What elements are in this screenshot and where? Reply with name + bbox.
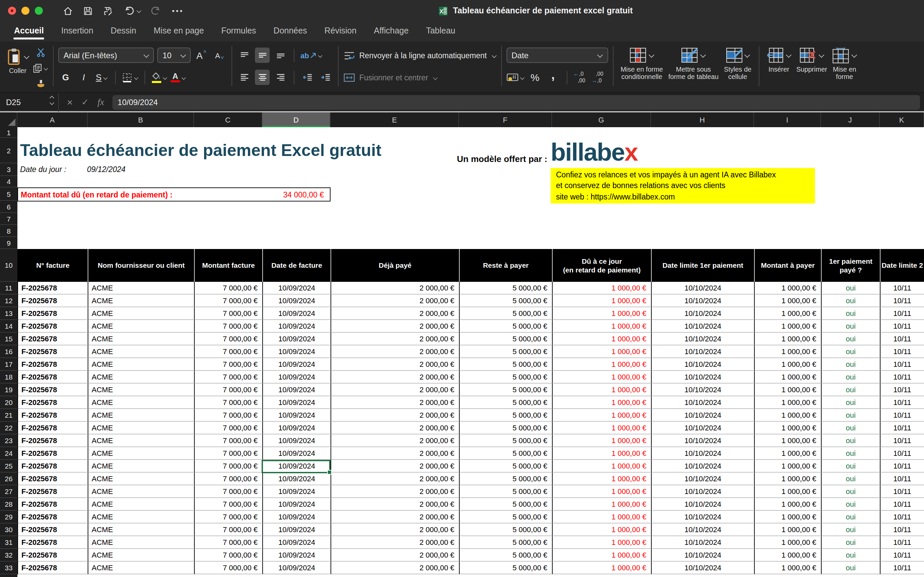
grid-body[interactable]: 1234567891011121314151617181920212223242… [0,127,924,577]
row-header-28[interactable]: 28 [0,498,18,511]
save-icon[interactable] [83,6,93,16]
paste-button[interactable]: Coller [4,44,31,74]
cell-H14[interactable]: 10/10/2024 [652,320,755,333]
cell-E12[interactable]: 2 000,00 € [331,295,460,307]
cell-G13[interactable]: 1 000,00 € [553,307,652,320]
cell-J19[interactable]: oui [822,384,881,396]
tab-tableau[interactable]: Tableau [417,22,464,42]
cell-E17[interactable]: 2 000,00 € [331,358,460,371]
cell-I19[interactable]: 1 000,00 € [755,384,822,396]
cell-F13[interactable]: 5 000,00 € [460,307,553,320]
borders-button[interactable] [122,69,138,85]
cell-G33[interactable]: 1 000,00 € [553,562,652,574]
cell-F26[interactable]: 5 000,00 € [460,472,553,485]
table-header-G[interactable]: Dû à ce jour(en retard de paiement) [553,249,652,282]
insert-cells-button[interactable]: Insérer [764,44,794,80]
cell-J22[interactable]: oui [822,422,881,434]
cell-A16[interactable]: F-2025678 [18,345,88,358]
cell-C12[interactable]: 7 000,00 € [195,295,263,307]
tab-mise-en-page[interactable]: Mise en page [145,22,212,42]
cell-F23[interactable]: 5 000,00 € [460,434,553,447]
table-header-F[interactable]: Reste à payer [460,249,553,282]
cell-I30[interactable]: 1 000,00 € [755,524,822,536]
cell-E11[interactable]: 2 000,00 € [331,282,460,295]
cell-B30[interactable]: ACME [88,524,195,536]
table-header-H[interactable]: Date limite 1er paiement [652,249,755,282]
row-header-17[interactable]: 17 [0,358,18,371]
cell-I28[interactable]: 1 000,00 € [755,498,822,511]
name-box[interactable]: D25 [0,93,59,111]
cell-C25[interactable]: 7 000,00 € [195,460,263,472]
cell-J26[interactable]: oui [822,472,881,485]
cell-K14[interactable]: 10/11 [881,320,924,333]
cell-H26[interactable]: 10/10/2024 [652,472,755,485]
font-name-select[interactable]: Arial (En-têtes) [58,48,154,63]
cell-B18[interactable]: ACME [88,371,195,384]
cell-A22[interactable]: F-2025678 [18,422,88,434]
cell-I21[interactable]: 1 000,00 € [755,409,822,422]
cell-F19[interactable]: 5 000,00 € [460,384,553,396]
paste-chevron-icon[interactable] [23,53,29,59]
cell-K18[interactable]: 10/11 [881,371,924,384]
row-header-23[interactable]: 23 [0,434,18,447]
minimize-button[interactable] [21,7,29,15]
row-header-11[interactable]: 11 [0,282,18,295]
row-header-15[interactable]: 15 [0,333,18,345]
conditional-formatting-button[interactable]: Mise en formeconditionnelle [618,44,666,80]
cell-G17[interactable]: 1 000,00 € [553,358,652,371]
select-all-corner[interactable] [0,113,18,127]
close-button[interactable] [8,7,16,15]
cell-F33[interactable]: 5 000,00 € [460,562,553,574]
tab-insertion[interactable]: Insertion [53,22,102,42]
cell-I12[interactable]: 1 000,00 € [755,295,822,307]
cell-H25[interactable]: 10/10/2024 [652,460,755,472]
cell-E23[interactable]: 2 000,00 € [331,434,460,447]
decrease-indent-button[interactable] [301,69,315,85]
cell-A14[interactable]: F-2025678 [18,320,88,333]
cell-K19[interactable]: 10/11 [881,384,924,396]
font-color-button[interactable]: A [170,69,186,85]
format-cells-button[interactable]: Mise enforme [830,44,859,80]
orientation-button[interactable]: ab [301,48,323,63]
underline-button[interactable]: S [94,69,109,85]
cell-G21[interactable]: 1 000,00 € [553,409,652,422]
cell-styles-button[interactable]: Styles decellule [721,44,754,80]
cell-A28[interactable]: F-2025678 [18,498,88,511]
cell-D28[interactable]: 10/09/2024 [263,498,331,511]
cell-H33[interactable]: 10/10/2024 [652,562,755,574]
cell-G19[interactable]: 1 000,00 € [553,384,652,396]
cell-C16[interactable]: 7 000,00 € [195,345,263,358]
cell-D29[interactable]: 10/09/2024 [263,511,331,524]
undo-icon[interactable] [123,5,141,16]
column-header-K[interactable]: K [880,113,924,127]
cell-F11[interactable]: 5 000,00 € [460,282,553,295]
cell-E20[interactable]: 2 000,00 € [331,396,460,409]
number-format-select[interactable]: Date [506,48,608,63]
cell-B19[interactable]: ACME [88,384,195,396]
cell-J16[interactable]: oui [822,345,881,358]
insert-function-icon[interactable]: fx [97,97,104,108]
cell-D18[interactable]: 10/09/2024 [263,371,331,384]
table-header-I[interactable]: Montant à payer [755,249,822,282]
row-header-9[interactable]: 9 [0,237,18,249]
cell-J25[interactable]: oui [822,460,881,472]
cell-I26[interactable]: 1 000,00 € [755,472,822,485]
row-header-13[interactable]: 13 [0,307,18,320]
cell-K32[interactable]: 10/11 [881,549,924,562]
align-middle-button[interactable] [255,48,270,63]
cell-J30[interactable]: oui [822,524,881,536]
cell-D14[interactable]: 10/09/2024 [263,320,331,333]
cell-E16[interactable]: 2 000,00 € [331,345,460,358]
cell-J17[interactable]: oui [822,358,881,371]
delete-cells-button[interactable]: Supprimer [794,44,830,80]
cell-E30[interactable]: 2 000,00 € [331,524,460,536]
cell-A11[interactable]: F-2025678 [18,282,88,295]
cell-H16[interactable]: 10/10/2024 [652,345,755,358]
row-header-19[interactable]: 19 [0,384,18,396]
cell-E32[interactable]: 2 000,00 € [331,549,460,562]
tab-formules[interactable]: Formules [212,22,265,42]
cell-B26[interactable]: ACME [88,472,195,485]
cell-D30[interactable]: 10/09/2024 [263,524,331,536]
row-header-12[interactable]: 12 [0,295,18,307]
cell-I18[interactable]: 1 000,00 € [755,371,822,384]
